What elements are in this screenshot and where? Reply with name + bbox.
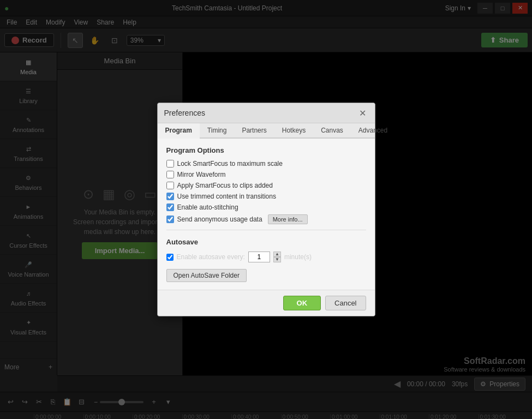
autosave-title: Autosave xyxy=(166,238,366,246)
tab-partners[interactable]: Partners xyxy=(234,123,274,137)
option-apply-smartfocus-checkbox[interactable] xyxy=(166,182,174,189)
spinner-up-button[interactable]: ▲ xyxy=(273,252,281,257)
autosave-section: Autosave Enable autosave every: ▲ ▼ minu… xyxy=(166,238,366,282)
option-lock-smartfocus-checkbox[interactable] xyxy=(166,160,174,167)
dialog-title: Preferences xyxy=(164,109,205,117)
option-use-trimmed-content: Use trimmed content in transitions xyxy=(166,193,366,200)
option-apply-smartfocus: Apply SmartFocus to clips added xyxy=(166,182,366,189)
preferences-dialog: Preferences ✕ Program Timing Partners Ho… xyxy=(157,103,375,316)
tab-advanced[interactable]: Advanced xyxy=(351,123,395,137)
dialog-footer: OK Cancel xyxy=(158,290,375,316)
more-info-button[interactable]: More info... xyxy=(268,214,308,224)
spinner-down-button[interactable]: ▼ xyxy=(273,257,281,262)
program-options-title: Program Options xyxy=(166,146,366,154)
ok-button[interactable]: OK xyxy=(283,296,321,310)
autosave-checkbox[interactable] xyxy=(166,254,174,261)
option-enable-auto-stitching-label: Enable auto-stitching xyxy=(177,203,238,211)
open-autosave-folder-button[interactable]: Open AutoSave Folder xyxy=(166,269,247,282)
tab-program[interactable]: Program xyxy=(158,123,200,139)
tab-hotkeys[interactable]: Hotkeys xyxy=(274,123,313,137)
cancel-button[interactable]: Cancel xyxy=(325,296,366,310)
dialog-header: Preferences ✕ xyxy=(158,103,375,123)
preferences-dialog-overlay: Preferences ✕ Program Timing Partners Ho… xyxy=(0,0,532,419)
autosave-minutes-label: minute(s) xyxy=(284,253,312,261)
autosave-interval-spinner: ▲ ▼ xyxy=(273,252,281,262)
option-enable-auto-stitching-checkbox[interactable] xyxy=(166,203,174,211)
tab-timing[interactable]: Timing xyxy=(200,123,235,137)
autosave-enable-label: Enable autosave every: xyxy=(177,253,245,261)
option-mirror-waveform-checkbox[interactable] xyxy=(166,171,174,178)
option-send-anonymous-checkbox[interactable] xyxy=(166,216,174,223)
option-send-anonymous-label: Send anonymous usage data xyxy=(177,216,262,223)
autosave-enable-row: Enable autosave every: ▲ ▼ minute(s) xyxy=(166,252,366,262)
option-use-trimmed-content-label: Use trimmed content in transitions xyxy=(177,193,276,200)
option-mirror-waveform: Mirror Waveform xyxy=(166,171,366,178)
option-mirror-waveform-label: Mirror Waveform xyxy=(177,171,226,178)
dialog-close-button[interactable]: ✕ xyxy=(357,107,368,118)
option-apply-smartfocus-label: Apply SmartFocus to clips added xyxy=(177,182,273,189)
dialog-tabs: Program Timing Partners Hotkeys Canvas A… xyxy=(158,123,375,139)
autosave-interval-input[interactable] xyxy=(248,252,270,262)
option-enable-auto-stitching: Enable auto-stitching xyxy=(166,203,366,211)
option-lock-smartfocus: Lock SmartFocus to maximum scale xyxy=(166,160,366,167)
option-lock-smartfocus-label: Lock SmartFocus to maximum scale xyxy=(177,160,283,167)
options-divider xyxy=(166,230,366,230)
option-use-trimmed-content-checkbox[interactable] xyxy=(166,193,174,200)
tab-canvas[interactable]: Canvas xyxy=(313,123,351,137)
option-send-anonymous: Send anonymous usage data More info... xyxy=(166,214,366,224)
dialog-body: Program Options Lock SmartFocus to maxim… xyxy=(158,139,375,290)
